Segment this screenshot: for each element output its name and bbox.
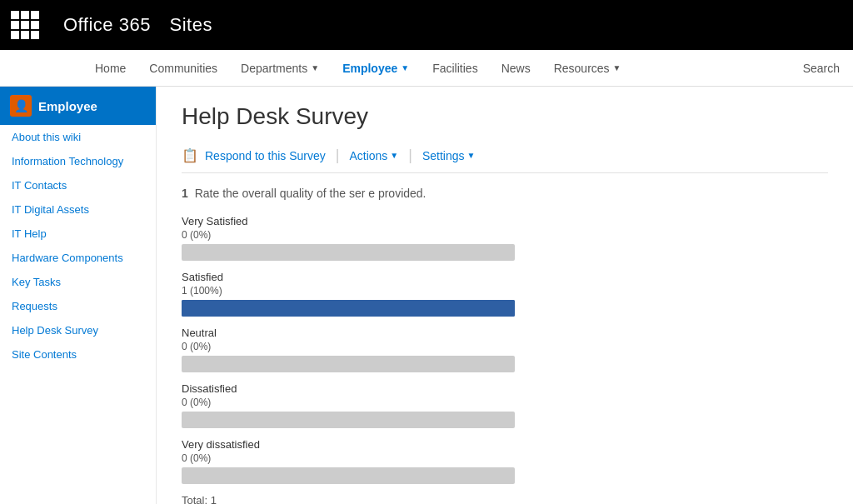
- bar-label-very-satisfied: Very Satisfied: [182, 215, 828, 227]
- departments-chevron-icon: ▼: [311, 63, 319, 72]
- toolbar-separator-2: |: [408, 147, 412, 164]
- nav-item-resources[interactable]: Resources ▼: [542, 50, 633, 87]
- bar-container-dissatisfied: [182, 412, 828, 428]
- nav-item-facilities[interactable]: Facilities: [421, 50, 489, 87]
- bar-bg-very-dissatisfied: [182, 467, 515, 484]
- bar-value-very-dissatisfied: 0 (0%): [182, 452, 828, 464]
- sidebar: 👤 Employee About this wiki Information T…: [0, 87, 157, 504]
- main-layout: 👤 Employee About this wiki Information T…: [0, 87, 853, 504]
- bar-value-very-satisfied: 0 (0%): [182, 229, 828, 241]
- toolbar-separator-1: |: [336, 147, 340, 164]
- sidebar-item-site-contents[interactable]: Site Contents: [0, 342, 156, 367]
- sidebar-employee-icon: 👤: [10, 95, 32, 117]
- sidebar-item-key-tasks[interactable]: Key Tasks: [0, 270, 156, 294]
- actions-dropdown-button[interactable]: Actions ▼: [349, 149, 398, 162]
- sidebar-item-about-wiki[interactable]: About this wiki: [0, 125, 156, 149]
- waffle-grid-icon: [11, 11, 39, 39]
- survey-question-1: 1 Rate the overall quality of the ser e …: [182, 187, 828, 504]
- bar-fill-satisfied: [182, 300, 515, 317]
- sidebar-item-hardware-components[interactable]: Hardware Components: [0, 246, 156, 270]
- bar-container-neutral: [182, 356, 828, 372]
- bar-container-very-satisfied: [182, 244, 828, 261]
- sidebar-item-requests[interactable]: Requests: [0, 294, 156, 318]
- top-header: Office 365 Sites: [0, 0, 853, 50]
- bar-bg-neutral: [182, 356, 515, 372]
- survey-icon: 📋: [182, 147, 198, 163]
- employee-chevron-icon: ▼: [401, 63, 409, 72]
- bar-row-very-satisfied: Very Satisfied 0 (0%): [182, 215, 828, 261]
- sidebar-title: Employee: [38, 99, 97, 113]
- waffle-button[interactable]: [8, 8, 42, 42]
- question-1-total: Total: 1: [182, 494, 828, 504]
- sidebar-item-help-desk-survey[interactable]: Help Desk Survey: [0, 318, 156, 342]
- content-area: Help Desk Survey 📋 Respond to this Surve…: [157, 87, 853, 504]
- question-1-text: 1 Rate the overall quality of the ser e …: [182, 187, 828, 200]
- sidebar-item-it-contacts[interactable]: IT Contacts: [0, 173, 156, 197]
- bar-bg-dissatisfied: [182, 412, 515, 428]
- bar-label-dissatisfied: Dissatisfied: [182, 382, 828, 395]
- page-title: Help Desk Survey: [182, 103, 828, 130]
- bar-label-neutral: Neutral: [182, 327, 828, 339]
- nav-item-communities[interactable]: Communities: [137, 50, 229, 87]
- app-name: Office 365: [63, 14, 151, 35]
- bar-row-neutral: Neutral 0 (0%): [182, 327, 828, 372]
- bar-value-neutral: 0 (0%): [182, 341, 828, 352]
- nav-bar: Home Communities Departments ▼ Employee …: [0, 50, 853, 87]
- settings-chevron-icon: ▼: [467, 151, 476, 160]
- sidebar-header: 👤 Employee: [0, 87, 156, 125]
- settings-dropdown-button[interactable]: Settings ▼: [422, 149, 476, 162]
- respond-to-survey-link[interactable]: Respond to this Survey: [205, 149, 326, 162]
- bar-container-satisfied: [182, 300, 828, 317]
- bar-label-very-dissatisfied: Very dissatisfied: [182, 438, 828, 451]
- bar-label-satisfied: Satisfied: [182, 271, 828, 283]
- bar-bg-satisfied: [182, 300, 515, 317]
- nav-item-employee[interactable]: Employee ▼: [331, 50, 421, 87]
- actions-chevron-icon: ▼: [390, 151, 398, 160]
- nav-item-departments[interactable]: Departments ▼: [229, 50, 331, 87]
- bar-value-dissatisfied: 0 (0%): [182, 397, 828, 408]
- bar-value-satisfied: 1 (100%): [182, 285, 828, 297]
- bar-bg-very-satisfied: [182, 244, 515, 261]
- sidebar-item-info-tech[interactable]: Information Technology: [0, 149, 156, 173]
- nav-item-news[interactable]: News: [490, 50, 542, 87]
- bar-row-dissatisfied: Dissatisfied 0 (0%): [182, 382, 828, 428]
- bar-row-very-dissatisfied: Very dissatisfied 0 (0%): [182, 438, 828, 484]
- search-link[interactable]: Search: [790, 50, 853, 87]
- sidebar-item-it-help[interactable]: IT Help: [0, 222, 156, 246]
- sidebar-item-it-digital-assets[interactable]: IT Digital Assets: [0, 197, 156, 222]
- app-title: Office 365 Sites: [50, 14, 212, 36]
- bar-row-satisfied: Satisfied 1 (100%): [182, 271, 828, 317]
- nav-item-home[interactable]: Home: [83, 50, 137, 87]
- resources-chevron-icon: ▼: [613, 63, 621, 72]
- sites-label: Sites: [170, 14, 212, 35]
- toolbar: 📋 Respond to this Survey | Actions ▼ | S…: [182, 147, 828, 173]
- bar-container-very-dissatisfied: [182, 467, 828, 484]
